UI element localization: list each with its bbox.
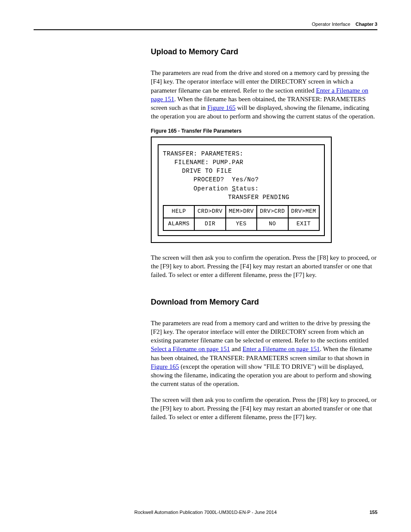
header-section: Operator Interface [312,22,350,27]
hmi-line-status-value: TRANSFER PENDING [163,193,320,202]
download-p1-text-d: (except the operation will show "FILE TO… [151,363,371,388]
hmi-line-title: TRANSFER: PARAMETERS: [163,149,320,158]
header-chapter: Chapter 3 [355,22,377,27]
footer-publication: Rockwell Automation Publication 7000L-UM… [134,510,277,515]
hmi-line-direction: DRIVE TO FILE [163,167,320,175]
softkey-exit[interactable]: EXIT [288,218,319,230]
softkey-alarms[interactable]: ALARMS [163,218,194,230]
link-figure-165-b[interactable]: Figure 165 [151,363,179,370]
softkey-row-1: HELP CRD>DRV MEM>DRV DRV>CRD DRV>MEM [163,205,319,218]
softkey-dir[interactable]: DIR [194,218,225,230]
hmi-status-label-hotkey: S [232,185,236,192]
link-figure-165-a[interactable]: Figure 165 [207,104,235,111]
hmi-screen: TRANSFER: PARAMETERS: FILENAME: PUMP.PAR… [158,144,325,236]
page-header: Operator Interface Chapter 3 [34,22,377,30]
softkey-crd-drv[interactable]: CRD>DRV [194,205,225,218]
footer-page-number: 155 [370,510,377,515]
link-enter-filename-b[interactable]: Enter a Filename on page 151 [243,345,320,352]
hmi-line-filename: FILENAME: PUMP.PAR [163,158,320,167]
hmi-line-status-label: Operation Status: [163,184,320,193]
softkey-help[interactable]: HELP [163,205,194,218]
download-p1-text-b: and [230,345,243,352]
softkey-grid: HELP CRD>DRV MEM>DRV DRV>CRD DRV>MEM ALA… [163,205,320,231]
upload-paragraph-2: The screen will then ask you to confirm … [151,253,377,280]
softkey-drv-mem[interactable]: DRV>MEM [288,205,319,218]
hmi-status-label-a: Operation [163,185,232,192]
upload-paragraph-1: The parameters are read from the drive a… [151,68,377,121]
upload-heading: Upload to Memory Card [151,47,377,56]
softkey-yes[interactable]: YES [226,218,257,230]
download-p1-text-a: The parameters are read from a memory ca… [151,320,370,344]
hmi-text-block: TRANSFER: PARAMETERS: FILENAME: PUMP.PAR… [163,149,320,202]
softkey-drv-crd[interactable]: DRV>CRD [257,205,288,218]
softkey-mem-drv[interactable]: MEM>DRV [226,205,257,218]
figure-caption: Figure 165 - Transfer File Parameters [151,128,377,134]
softkey-no[interactable]: NO [257,218,288,230]
figure-container: TRANSFER: PARAMETERS: FILENAME: PUMP.PAR… [151,137,332,243]
hmi-line-proceed: PROCEED? Yes/No? [163,175,320,184]
main-content: Upload to Memory Card The parameters are… [151,47,377,421]
hmi-status-label-b: tatus: [236,185,258,192]
page-footer: Rockwell Automation Publication 7000L-UM… [34,510,377,515]
link-select-filename[interactable]: Select a Filename on page 151 [151,345,230,352]
download-paragraph-1: The parameters are read from a memory ca… [151,319,377,389]
softkey-row-2: ALARMS DIR YES NO EXIT [163,218,319,230]
download-heading: Download from Memory Card [151,298,377,307]
download-paragraph-2: The screen will then ask you to confirm … [151,395,377,422]
